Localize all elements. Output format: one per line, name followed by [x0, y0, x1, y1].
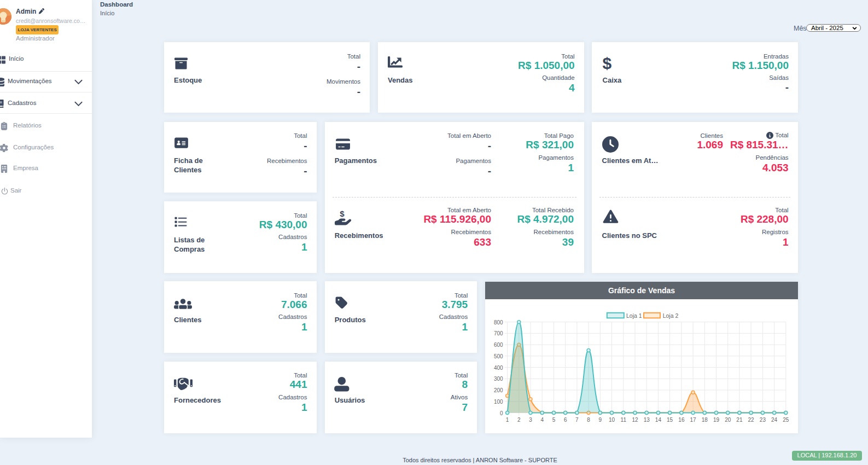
svg-text:Loja 2: Loja 2	[663, 312, 679, 319]
svg-text:21: 21	[736, 417, 743, 423]
svg-text:25: 25	[783, 417, 789, 423]
svg-text:6: 6	[564, 417, 567, 423]
svg-text:3: 3	[529, 417, 532, 423]
svg-text:600: 600	[494, 342, 503, 348]
svg-text:4: 4	[540, 417, 544, 423]
svg-text:19: 19	[713, 417, 720, 423]
svg-text:400: 400	[494, 365, 503, 371]
svg-text:11: 11	[621, 417, 627, 423]
svg-text:7: 7	[575, 417, 579, 423]
svg-text:500: 500	[494, 353, 503, 359]
svg-text:23: 23	[760, 417, 766, 423]
svg-text:0: 0	[500, 410, 503, 416]
svg-text:15: 15	[667, 417, 673, 423]
svg-text:Loja 1: Loja 1	[626, 312, 642, 319]
svg-text:100: 100	[494, 399, 503, 405]
svg-text:300: 300	[494, 376, 503, 382]
svg-text:800: 800	[494, 319, 503, 326]
svg-text:18: 18	[702, 417, 708, 423]
svg-text:24: 24	[771, 417, 778, 423]
svg-text:1: 1	[506, 417, 509, 423]
svg-text:700: 700	[494, 330, 503, 336]
svg-text:8: 8	[587, 417, 590, 423]
svg-text:14: 14	[655, 417, 662, 423]
svg-text:12: 12	[632, 417, 638, 423]
svg-text:10: 10	[609, 417, 615, 423]
svg-text:5: 5	[552, 417, 556, 423]
svg-text:22: 22	[748, 417, 755, 423]
svg-text:9: 9	[599, 417, 602, 423]
svg-text:13: 13	[644, 417, 650, 423]
svg-text:20: 20	[725, 417, 731, 423]
svg-text:2: 2	[517, 417, 521, 423]
svg-text:16: 16	[678, 417, 685, 423]
svg-text:200: 200	[494, 387, 503, 393]
svg-text:17: 17	[690, 417, 697, 423]
svg-text:$: $	[340, 209, 345, 218]
